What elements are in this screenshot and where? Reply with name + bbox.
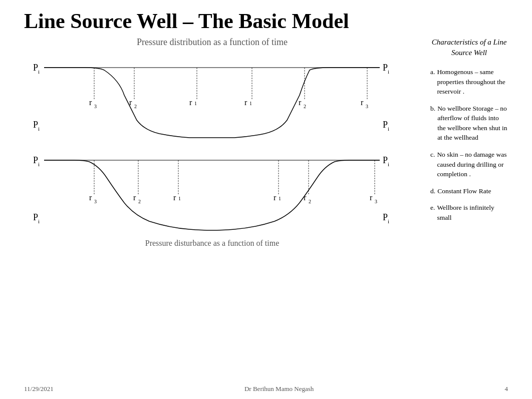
svg-text:2: 2: [304, 104, 306, 109]
svg-text:1: 1: [249, 101, 252, 106]
svg-text:2: 2: [138, 199, 141, 204]
svg-text:3: 3: [94, 104, 97, 109]
diagram-subtitle: Pressure distribution as a function of t…: [4, 37, 420, 48]
svg-text:r: r: [274, 193, 277, 202]
svg-text:1: 1: [178, 196, 181, 201]
sidebar-title: Characteristics of a Line Source Well: [430, 37, 508, 58]
svg-text:i: i: [388, 69, 389, 75]
list-letter-c: c.: [430, 150, 435, 179]
svg-text:P: P: [33, 155, 38, 165]
bottom-pressure-diagram: P i P i P i P i: [24, 145, 400, 238]
list-text-c: No skin – no damage was caused during dr…: [437, 150, 508, 179]
list-text-a: Homogenous – same properties throughout …: [437, 67, 508, 97]
svg-text:r: r: [129, 98, 132, 107]
footer: 11/29/2021 Dr Berihun Mamo Negash 4: [0, 385, 532, 393]
svg-text:P: P: [383, 155, 388, 165]
footer-page: 4: [505, 385, 508, 393]
svg-text:1: 1: [279, 196, 281, 201]
svg-text:P: P: [33, 120, 38, 130]
list-item-d: d. Constant Flow Rate: [430, 186, 508, 196]
svg-text:2: 2: [134, 104, 137, 109]
bottom-label: Pressure disturbance as a function of ti…: [4, 239, 420, 248]
svg-text:r: r: [189, 98, 192, 107]
svg-text:r: r: [304, 193, 307, 202]
list-letter-a: a.: [430, 67, 435, 97]
page: Line Source Well – The Basic Model Press…: [0, 0, 532, 399]
list-letter-e: e.: [430, 203, 435, 222]
list-text-d: Constant Flow Rate: [437, 186, 491, 196]
list-text-b: No wellbore Storage – no afterflow of fl…: [437, 104, 508, 143]
svg-text:r: r: [361, 98, 364, 107]
page-title: Line Source Well – The Basic Model: [0, 0, 532, 33]
svg-text:r: r: [299, 98, 302, 107]
svg-text:i: i: [38, 69, 40, 75]
top-diagram-svg: P i P i P i P i: [24, 53, 400, 145]
svg-text:1: 1: [194, 101, 197, 106]
svg-text:r: r: [370, 193, 373, 202]
svg-text:P: P: [383, 120, 388, 130]
svg-text:P: P: [383, 212, 388, 222]
diagram-area: Pressure distribution as a function of t…: [24, 37, 420, 248]
svg-text:3: 3: [94, 199, 97, 204]
list-item-a: a. Homogenous – same properties througho…: [430, 67, 508, 97]
list-text-e: Wellbore is infinitely small: [437, 203, 508, 222]
sidebar: Characteristics of a Line Source Well a.…: [420, 37, 508, 248]
svg-text:r: r: [89, 193, 92, 202]
svg-text:i: i: [38, 126, 40, 132]
svg-text:3: 3: [366, 104, 368, 109]
svg-text:3: 3: [375, 199, 377, 204]
svg-text:2: 2: [309, 199, 311, 204]
list-item-e: e. Wellbore is infinitely small: [430, 203, 508, 222]
svg-text:i: i: [388, 126, 389, 132]
footer-author: Dr Berihun Mamo Negash: [244, 385, 314, 393]
bottom-diagram-svg: P i P i P i P i: [24, 145, 400, 238]
main-content: Pressure distribution as a function of t…: [0, 37, 532, 248]
svg-text:r: r: [133, 193, 136, 202]
list-letter-b: b.: [430, 104, 435, 143]
svg-text:i: i: [388, 161, 389, 167]
svg-text:i: i: [388, 218, 389, 224]
svg-text:P: P: [383, 63, 388, 73]
svg-text:i: i: [38, 161, 40, 167]
svg-text:r: r: [89, 98, 92, 107]
footer-date: 11/29/2021: [24, 385, 54, 393]
top-pressure-diagram: P i P i P i P i: [24, 53, 400, 145]
list-item-b: b. No wellbore Storage – no afterflow of…: [430, 104, 508, 143]
characteristics-list: a. Homogenous – same properties througho…: [430, 67, 508, 222]
svg-text:r: r: [173, 193, 176, 202]
list-letter-d: d.: [430, 186, 435, 196]
svg-text:P: P: [33, 212, 38, 222]
svg-text:i: i: [38, 218, 40, 224]
list-item-c: c. No skin – no damage was caused during…: [430, 150, 508, 179]
svg-text:P: P: [33, 63, 38, 73]
svg-text:r: r: [244, 98, 247, 107]
